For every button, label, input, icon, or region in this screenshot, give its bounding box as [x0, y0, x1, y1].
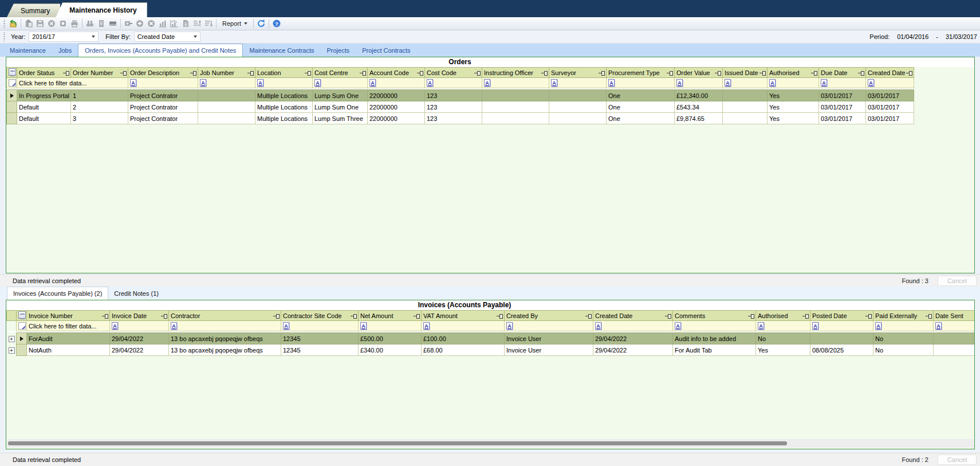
invoices-filter-hint[interactable]: Click here to filter data... — [27, 321, 110, 331]
sort-ascending-icon[interactable] — [191, 18, 203, 29]
filter-text-icon[interactable]: A — [506, 322, 513, 330]
tab-projects[interactable]: Projects — [321, 44, 356, 57]
invoices-row-expand[interactable]: + — [7, 344, 17, 356]
orders-cell-order-description[interactable]: Project Contrator — [128, 113, 198, 124]
filter-text-icon[interactable]: A — [821, 79, 827, 87]
orders-column-header-authorised[interactable]: Authorised — [768, 68, 819, 78]
orders-column-header-order-value[interactable]: Order Value — [675, 68, 723, 78]
orders-cell-procurement-type[interactable]: One — [607, 113, 675, 124]
pin-icon[interactable] — [305, 71, 311, 76]
tab-jobs[interactable]: Jobs — [52, 44, 78, 57]
expand-icon[interactable]: + — [9, 347, 15, 354]
orders-cell-order-number[interactable]: 2 — [71, 101, 128, 113]
orders-filter-cell-issued-date[interactable]: A — [723, 78, 768, 88]
pin-icon[interactable] — [906, 71, 912, 76]
invoices-grid-selector-icon[interactable] — [17, 311, 27, 321]
pin-icon[interactable] — [417, 71, 423, 76]
invoices-column-header-contractor[interactable]: Contractor — [169, 311, 281, 321]
orders-cancel-button[interactable]: Cancel — [938, 276, 977, 286]
invoices-cell-contractor[interactable]: 13 bo apcaxebj pqopeqjw ofbeqs — [169, 344, 281, 356]
row-header[interactable] — [17, 344, 27, 356]
orders-filter-cell-surveyor[interactable]: A — [549, 78, 607, 88]
tab-maintenance[interactable]: Maintenance — [3, 44, 52, 57]
orders-cell-account-code[interactable]: 22000000 — [368, 90, 425, 101]
pin-icon[interactable] — [63, 71, 69, 76]
orders-filter-cell-due-date[interactable]: A — [819, 78, 866, 88]
pin-icon[interactable] — [190, 71, 196, 76]
pin-icon[interactable] — [715, 71, 721, 76]
notes-icon[interactable] — [96, 18, 107, 29]
invoices-cell-authorised[interactable]: No — [756, 333, 810, 344]
orders-table-row[interactable]: Default3Project ContratorMultiple Locati… — [7, 113, 914, 124]
orders-cell-location[interactable]: Multiple Locations — [255, 113, 313, 124]
filter-text-icon[interactable]: A — [200, 79, 206, 87]
orders-cell-cost-centre[interactable]: Lump Sum One — [313, 90, 368, 101]
pin-icon[interactable] — [351, 314, 357, 319]
orders-cell-order-status[interactable]: Default — [17, 101, 71, 113]
invoices-column-header-created-date[interactable]: Created Date — [593, 311, 673, 321]
orders-cell-cost-code[interactable]: 123 — [425, 101, 482, 113]
orders-column-header-job-number[interactable]: Job Number — [198, 68, 255, 78]
invoices-cell-invoice-date[interactable]: 29/04/2022 — [110, 333, 169, 344]
invoices-filter-cell-contractor[interactable]: A — [169, 321, 281, 331]
orders-cell-surveyor[interactable] — [549, 90, 607, 101]
document-icon[interactable] — [180, 18, 191, 29]
invoices-cell-created-date[interactable]: 29/04/2022 — [593, 333, 673, 344]
filter-text-icon[interactable]: A — [360, 322, 367, 330]
invoices-filter-edit[interactable] — [17, 321, 27, 331]
scrollbar-thumb[interactable] — [8, 441, 787, 445]
orders-cell-instructing-officer[interactable] — [482, 113, 549, 124]
invoices-cell-comments[interactable]: For Audit Tab — [673, 344, 756, 356]
invoices-column-header-comments[interactable]: Comments — [673, 311, 756, 321]
orders-column-header-created-date[interactable]: Created Date — [866, 68, 914, 78]
orders-cell-due-date[interactable]: 03/01/2017 — [819, 90, 866, 101]
help-icon[interactable]: ? — [271, 18, 282, 29]
invoices-cell-contractor-site-code[interactable]: 12345 — [281, 333, 359, 344]
pin-icon[interactable] — [865, 314, 872, 319]
orders-cell-order-status[interactable]: Default — [17, 113, 71, 124]
filter-text-icon[interactable]: A — [675, 322, 681, 330]
row-header[interactable] — [7, 90, 17, 101]
filter-by-select[interactable]: Created Date — [134, 32, 200, 42]
pin-icon[interactable] — [102, 314, 108, 319]
invoices-table-row[interactable]: +ForAudit29/04/202213 bo apcaxebj pqopeq… — [7, 333, 975, 344]
orders-cell-order-status[interactable]: In Progress Portal — [17, 90, 71, 101]
invoices-column-header-authorised[interactable]: Authorised — [756, 311, 810, 321]
chart-report-icon[interactable] — [168, 18, 180, 29]
invoices-cell-created-date[interactable]: 29/04/2022 — [593, 344, 673, 356]
filter-text-icon[interactable]: A — [676, 79, 683, 87]
orders-cell-account-code[interactable]: 22000000 — [368, 101, 425, 113]
invoices-filter-cell-paid-externally[interactable]: A — [873, 321, 934, 331]
invoices-column-header-date-sent[interactable]: Date Sent — [934, 311, 975, 321]
row-header[interactable] — [17, 333, 27, 344]
orders-cell-cost-centre[interactable]: Lump Sum One — [313, 101, 368, 113]
orders-cell-due-date[interactable]: 03/01/2017 — [819, 101, 866, 113]
orders-cell-cost-code[interactable]: 123 — [425, 90, 482, 101]
window-tab-summary[interactable]: Summary — [7, 3, 60, 17]
pin-icon[interactable] — [161, 314, 167, 319]
pin-icon[interactable] — [926, 314, 932, 319]
row-header[interactable] — [7, 113, 17, 124]
orders-column-header-location[interactable]: Location — [255, 68, 313, 78]
invoices-column-header-invoice-number[interactable]: Invoice Number — [27, 311, 110, 321]
orders-cell-created-date[interactable]: 03/01/2017 — [866, 113, 914, 124]
filter-text-icon[interactable]: A — [112, 322, 118, 330]
invoices-filter-cell-invoice-date[interactable]: A — [110, 321, 169, 331]
filter-edit-icon[interactable] — [18, 322, 26, 330]
cancel-icon[interactable] — [46, 18, 57, 29]
invoices-filter-cell-authorised[interactable]: A — [756, 321, 810, 331]
filter-text-icon[interactable]: A — [257, 79, 263, 87]
invoices-filter-cell-date-sent[interactable]: A — [934, 321, 975, 331]
invoices-row-expand[interactable]: + — [7, 333, 17, 344]
invoices-cell-created-by[interactable]: Invoice User — [505, 344, 593, 356]
filter-text-icon[interactable]: A — [758, 322, 764, 330]
pin-icon[interactable] — [748, 314, 754, 319]
filter-text-icon[interactable]: A — [283, 322, 289, 330]
invoices-filter-cell-comments[interactable]: A — [673, 321, 756, 331]
orders-table-row[interactable]: Default2Project ContratorMultiple Locati… — [7, 101, 914, 113]
orders-column-header-cost-centre[interactable]: Cost Centre — [313, 68, 368, 78]
filter-text-icon[interactable]: A — [171, 322, 177, 330]
paste-icon[interactable] — [23, 18, 34, 29]
invoices-cancel-button[interactable]: Cancel — [938, 455, 977, 465]
invoices-table-row[interactable]: +NotAuth29/04/202213 bo apcaxebj pqopeqj… — [7, 344, 975, 356]
